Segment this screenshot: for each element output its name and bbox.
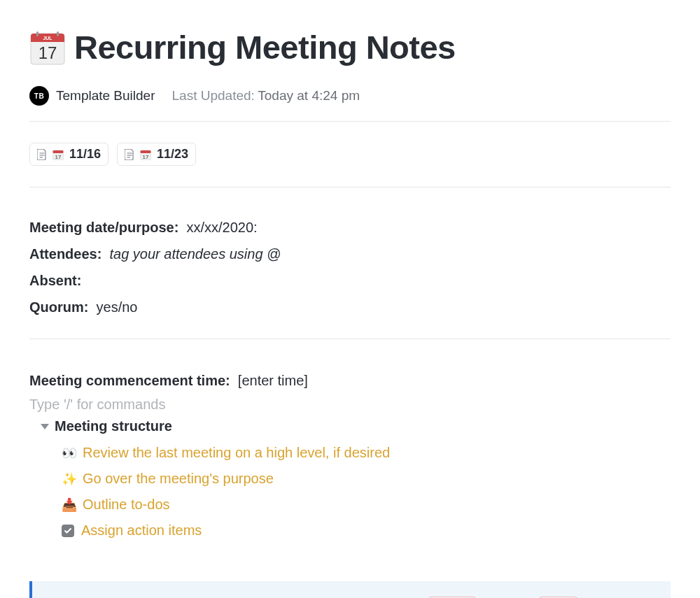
commence-value: [enter time] <box>238 373 308 388</box>
page-title: Recurring Meeting Notes <box>74 28 456 66</box>
document-icon <box>125 149 134 160</box>
calendar-icon: JUL 17 <box>29 29 66 66</box>
quorum-line[interactable]: Quorum: yes/no <box>29 294 671 320</box>
list-item: ✨ Go over the meeting's purpose <box>62 466 671 492</box>
calendar-icon: 17 <box>52 149 64 160</box>
meta-row: TB Template Builder Last Updated: Today … <box>29 86 671 106</box>
quorum-label: Quorum: <box>29 299 88 315</box>
list-item: 👀 Review the last meeting on a high leve… <box>62 440 671 466</box>
svg-rect-17 <box>141 150 151 153</box>
meeting-date-line[interactable]: Meeting date/purpose: xx/xx/2020: <box>29 214 671 241</box>
svg-text:17: 17 <box>38 43 57 62</box>
structure-link[interactable]: Go over the meeting's purpose <box>83 471 274 487</box>
subpage-chips: 17 11/16 17 11/23 <box>29 122 671 187</box>
advanced-callout: Advanced: Use toggle to collapse informa… <box>29 581 671 598</box>
attendees-line[interactable]: Attendees: tag your attendees using @ <box>29 241 671 267</box>
svg-text:JUL: JUL <box>43 36 52 41</box>
inbox-icon: 📥 <box>62 497 76 513</box>
meeting-date-label: Meeting date/purpose: <box>29 220 178 235</box>
calendar-icon: 17 <box>140 149 151 160</box>
structure-link[interactable]: Outline to-dos <box>83 497 170 513</box>
toggle-label: Meeting structure <box>55 418 172 434</box>
fields-block: Meeting date/purpose: xx/xx/2020: Attend… <box>29 187 671 339</box>
document-icon <box>37 149 47 160</box>
structure-link[interactable]: Review the last meeting on a high level,… <box>83 445 390 461</box>
quorum-value: yes/no <box>97 299 138 315</box>
list-item: Assign action items <box>62 518 671 543</box>
chip-label: 11/23 <box>157 147 188 162</box>
attendees-value: tag your attendees using @ <box>109 246 281 262</box>
avatar: TB <box>29 86 49 106</box>
commence-line[interactable]: Meeting commencement time: [enter time] <box>29 367 671 394</box>
subpage-chip[interactable]: 17 11/16 <box>29 143 108 166</box>
structure-link[interactable]: Assign action items <box>81 522 202 539</box>
svg-text:17: 17 <box>143 153 149 159</box>
chip-label: 11/16 <box>69 147 101 162</box>
attendees-label: Attendees: <box>29 246 102 262</box>
svg-text:17: 17 <box>55 153 62 159</box>
updated-value: Today at 4:24 pm <box>258 88 360 103</box>
meeting-date-value-text: xx/xx/2020: <box>186 220 257 235</box>
toggle-header[interactable]: Meeting structure <box>29 417 671 440</box>
updated-label: Last Updated: <box>172 88 255 103</box>
sparkles-icon: ✨ <box>62 471 76 487</box>
chevron-down-icon <box>41 424 49 429</box>
author-block: TB Template Builder <box>29 86 155 106</box>
svg-rect-5 <box>36 31 38 36</box>
list-item: 📥 Outline to-dos <box>62 492 671 518</box>
subpage-chip[interactable]: 17 11/23 <box>117 143 196 166</box>
absent-line[interactable]: Absent: <box>29 267 671 294</box>
svg-rect-6 <box>57 31 59 36</box>
updated-block: Last Updated: Today at 4:24 pm <box>172 88 360 104</box>
structure-list: 👀 Review the last meeting on a high leve… <box>29 440 671 543</box>
checkbox-icon <box>62 525 74 537</box>
title-row: JUL 17 Recurring Meeting Notes <box>29 28 671 66</box>
svg-rect-11 <box>53 150 64 153</box>
eyes-icon: 👀 <box>62 446 76 461</box>
absent-label: Absent: <box>29 273 81 288</box>
command-placeholder[interactable]: Type '/' for commands <box>29 397 671 413</box>
author-name: Template Builder <box>56 88 155 104</box>
commence-label: Meeting commencement time: <box>29 373 230 388</box>
commence-block: Meeting commencement time: [enter time] … <box>29 339 671 552</box>
